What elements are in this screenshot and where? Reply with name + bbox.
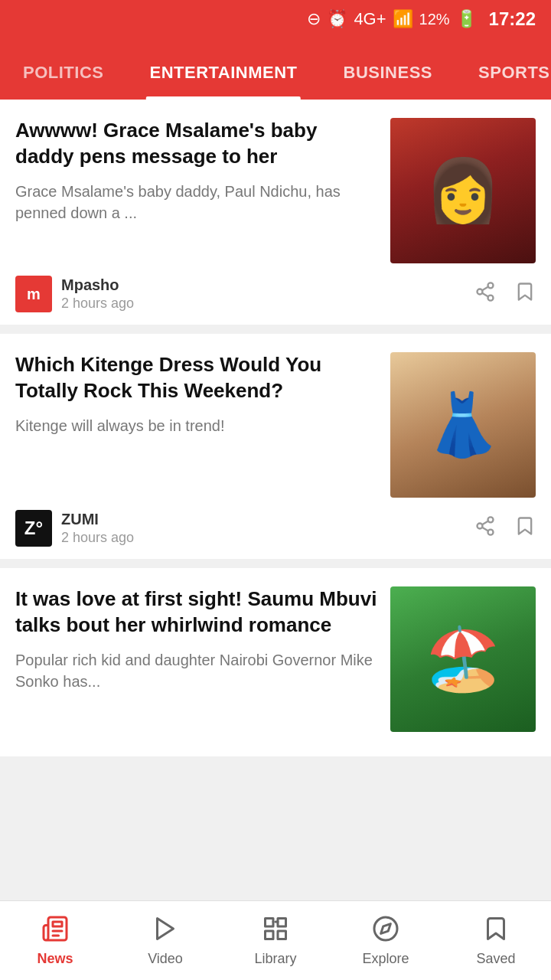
share-icon[interactable] bbox=[474, 515, 496, 542]
svg-point-17 bbox=[374, 917, 397, 940]
bottom-nav: News Video Library bbox=[0, 900, 551, 980]
nav-label-news: News bbox=[37, 951, 73, 967]
svg-line-9 bbox=[482, 521, 488, 524]
tab-politics-label: POLITICS bbox=[23, 63, 103, 83]
battery-level: 12% bbox=[419, 11, 450, 28]
nav-item-library[interactable]: Library bbox=[220, 901, 331, 980]
nav-label-library: Library bbox=[254, 951, 296, 967]
article-excerpt: Kitenge will always be in trend! bbox=[15, 415, 378, 436]
article-excerpt: Popular rich kid and daughter Nairobi Go… bbox=[15, 649, 378, 692]
svg-line-4 bbox=[482, 286, 488, 290]
source-logo-mpasho: m bbox=[15, 276, 52, 312]
article-card[interactable]: It was love at first sight! Saumu Mbuvi … bbox=[0, 568, 551, 756]
tab-entertainment-label: ENTERTAINMENT bbox=[149, 63, 297, 83]
share-icon[interactable] bbox=[474, 281, 496, 308]
bookmark-icon[interactable] bbox=[514, 281, 536, 308]
article-text: It was love at first sight! Saumu Mbuvi … bbox=[15, 586, 378, 732]
source-logo-text: Z° bbox=[24, 518, 43, 539]
tab-business[interactable]: BUSINESS bbox=[321, 46, 455, 100]
svg-rect-11 bbox=[266, 918, 274, 926]
svg-line-3 bbox=[482, 292, 488, 296]
svg-line-8 bbox=[482, 527, 488, 531]
svg-rect-13 bbox=[278, 931, 286, 939]
article-image bbox=[390, 352, 536, 498]
article-meta: Z° ZUMI 2 hours ago bbox=[15, 510, 536, 547]
article-image bbox=[390, 586, 536, 732]
news-feed: Awwww! Grace Msalame's baby daddy pens m… bbox=[0, 100, 551, 858]
news-icon bbox=[41, 915, 69, 946]
svg-marker-18 bbox=[381, 923, 391, 933]
tab-politics[interactable]: POLITICS bbox=[0, 46, 126, 100]
nav-item-video[interactable]: Video bbox=[110, 901, 220, 980]
status-bar: ⊖ ⏰ 4G+ 📶 12% 🔋 17:22 bbox=[0, 0, 551, 38]
article-content: It was love at first sight! Saumu Mbuvi … bbox=[15, 586, 536, 732]
article-title: It was love at first sight! Saumu Mbuvi … bbox=[15, 586, 378, 639]
source-info: Mpasho 2 hours ago bbox=[61, 276, 465, 312]
source-name: Mpasho bbox=[61, 276, 465, 294]
article-card[interactable]: Awwww! Grace Msalame's baby daddy pens m… bbox=[0, 100, 551, 325]
article-title: Which Kitenge Dress Would You Totally Ro… bbox=[15, 352, 378, 404]
status-icons: ⊖ ⏰ 4G+ 📶 12% 🔋 17:22 bbox=[307, 8, 536, 30]
network-icon: 4G+ bbox=[354, 9, 386, 29]
bookmark-icon[interactable] bbox=[514, 515, 536, 542]
do-not-disturb-icon: ⊖ bbox=[307, 9, 321, 29]
tab-sports[interactable]: SPORTS bbox=[455, 46, 551, 100]
tab-entertainment[interactable]: ENTERTAINMENT bbox=[126, 46, 320, 100]
nav-item-news[interactable]: News bbox=[0, 901, 110, 980]
tab-business-label: BUSINESS bbox=[344, 63, 432, 83]
nav-label-video: Video bbox=[148, 951, 183, 967]
source-info: ZUMI 2 hours ago bbox=[61, 511, 465, 546]
alarm-icon: ⏰ bbox=[327, 9, 347, 29]
article-title: Awwww! Grace Msalame's baby daddy pens m… bbox=[15, 118, 378, 170]
article-image bbox=[390, 118, 536, 263]
article-excerpt: Grace Msalame's baby daddy, Paul Ndichu,… bbox=[15, 181, 378, 224]
svg-marker-10 bbox=[158, 918, 174, 939]
battery-icon: 🔋 bbox=[456, 9, 477, 29]
article-actions bbox=[474, 515, 536, 542]
library-icon bbox=[262, 915, 289, 946]
article-text: Which Kitenge Dress Would You Totally Ro… bbox=[15, 352, 378, 498]
article-meta: m Mpasho 2 hours ago bbox=[15, 276, 536, 312]
svg-rect-12 bbox=[278, 918, 286, 926]
status-time: 17:22 bbox=[489, 8, 536, 30]
tab-sports-label: SPORTS bbox=[478, 63, 549, 83]
nav-item-saved[interactable]: Saved bbox=[441, 901, 551, 980]
article-actions bbox=[474, 281, 536, 308]
nav-item-explore[interactable]: Explore bbox=[331, 901, 441, 980]
signal-icon: 📶 bbox=[393, 9, 413, 29]
svg-rect-14 bbox=[266, 931, 274, 939]
article-content: Which Kitenge Dress Would You Totally Ro… bbox=[15, 352, 536, 498]
article-card[interactable]: Which Kitenge Dress Would You Totally Ro… bbox=[0, 334, 551, 559]
explore-icon bbox=[372, 915, 399, 946]
saved-icon bbox=[482, 915, 510, 946]
tab-bar: POLITICS ENTERTAINMENT BUSINESS SPORTS + bbox=[0, 38, 551, 100]
nav-label-saved: Saved bbox=[476, 951, 515, 967]
article-content: Awwww! Grace Msalame's baby daddy pens m… bbox=[15, 118, 536, 263]
source-name: ZUMI bbox=[61, 511, 465, 528]
article-text: Awwww! Grace Msalame's baby daddy pens m… bbox=[15, 118, 378, 263]
video-icon bbox=[152, 915, 179, 946]
source-logo-zumi: Z° bbox=[15, 510, 52, 547]
source-logo-text: m bbox=[27, 286, 41, 303]
source-time: 2 hours ago bbox=[61, 530, 465, 546]
nav-label-explore: Explore bbox=[362, 951, 409, 967]
source-time: 2 hours ago bbox=[61, 296, 465, 312]
